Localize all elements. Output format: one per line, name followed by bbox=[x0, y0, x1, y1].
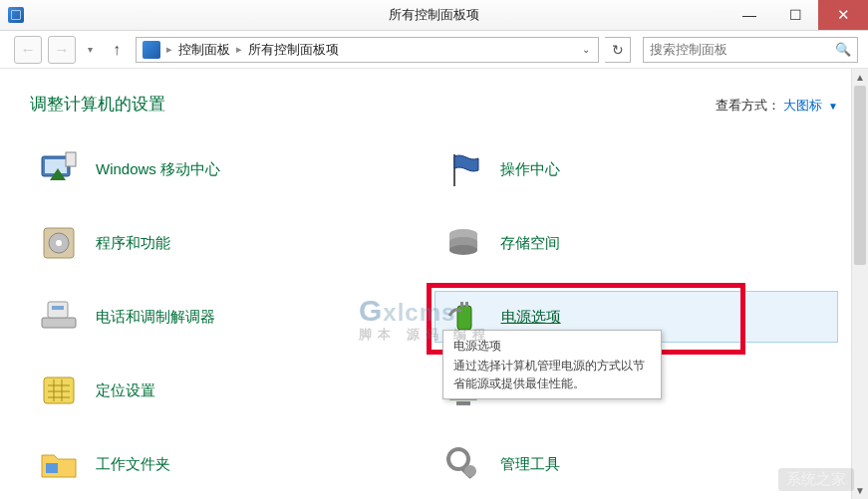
item-label: 程序和功能 bbox=[96, 234, 170, 253]
window-controls: — ☐ ✕ bbox=[726, 0, 868, 30]
item-admin-tools[interactable]: 管理工具 bbox=[434, 438, 839, 490]
chevron-down-icon[interactable]: ▼ bbox=[828, 101, 838, 112]
scroll-down-button[interactable]: ▼ bbox=[852, 482, 868, 499]
search-input[interactable] bbox=[650, 42, 835, 57]
maximize-button[interactable]: ☐ bbox=[772, 0, 818, 30]
content-area: 调整计算机的设置 查看方式： 大图标 ▼ Windows 移动中心 程序和功能 bbox=[0, 69, 868, 499]
flag-icon bbox=[442, 148, 484, 190]
search-icon[interactable]: 🔍 bbox=[835, 42, 851, 57]
item-programs-features[interactable]: 程序和功能 bbox=[30, 217, 434, 269]
breadcrumb-control-panel[interactable]: 控制面板 bbox=[174, 41, 234, 59]
address-bar[interactable]: ▸ 控制面板 ▸ 所有控制面板项 ⌄ bbox=[136, 37, 599, 63]
item-label: Windows 移动中心 bbox=[96, 160, 220, 179]
item-label: 电话和调制解调器 bbox=[96, 308, 215, 327]
item-action-center[interactable]: 操作中心 bbox=[434, 143, 839, 195]
storage-icon bbox=[442, 222, 484, 264]
items-column-left: Windows 移动中心 程序和功能 电话和调制解调器 定位设置 bbox=[30, 143, 434, 490]
address-dropdown-icon[interactable]: ⌄ bbox=[576, 44, 596, 55]
svg-rect-19 bbox=[465, 302, 468, 307]
svg-point-5 bbox=[56, 240, 62, 246]
window-icon bbox=[8, 7, 24, 23]
window-title: 所有控制面板项 bbox=[389, 6, 479, 24]
svg-rect-9 bbox=[44, 377, 74, 403]
item-label: 操作中心 bbox=[500, 160, 560, 179]
nav-bar: ← → ▾ ↑ ▸ 控制面板 ▸ 所有控制面板项 ⌄ ↻ 🔍 bbox=[0, 31, 868, 69]
location-icon bbox=[38, 370, 80, 411]
svg-rect-18 bbox=[460, 302, 463, 307]
chevron-right-icon[interactable]: ▸ bbox=[164, 43, 174, 56]
svg-rect-2 bbox=[66, 152, 76, 166]
search-box[interactable]: 🔍 bbox=[643, 37, 858, 63]
item-label: 定位设置 bbox=[96, 381, 155, 400]
close-button[interactable]: ✕ bbox=[818, 0, 868, 30]
history-dropdown-icon[interactable]: ▾ bbox=[82, 36, 98, 64]
svg-rect-1 bbox=[45, 159, 67, 173]
title-bar: 所有控制面板项 — ☐ ✕ bbox=[0, 0, 868, 31]
tooltip-title: 电源选项 bbox=[453, 337, 651, 355]
svg-rect-22 bbox=[456, 401, 470, 405]
phone-icon bbox=[38, 296, 80, 338]
mobility-icon bbox=[38, 148, 80, 190]
svg-rect-10 bbox=[46, 463, 58, 473]
item-label: 存储空间 bbox=[500, 234, 560, 253]
forward-button[interactable]: → bbox=[48, 36, 76, 64]
heading-row: 调整计算机的设置 查看方式： 大图标 ▼ bbox=[30, 93, 838, 116]
scroll-thumb[interactable] bbox=[854, 86, 866, 265]
admin-icon bbox=[442, 443, 484, 485]
svg-point-25 bbox=[464, 465, 476, 477]
item-work-folders[interactable]: 工作文件夹 bbox=[30, 438, 434, 490]
item-label: 工作文件夹 bbox=[96, 455, 170, 474]
scroll-up-button[interactable]: ▲ bbox=[852, 69, 868, 86]
items-column-right: 操作中心 存储空间 电源选项 个性化 bbox=[434, 143, 839, 490]
item-storage-spaces[interactable]: 存储空间 bbox=[434, 217, 839, 269]
minimize-button[interactable]: — bbox=[726, 0, 772, 30]
up-button[interactable]: ↑ bbox=[104, 36, 130, 64]
control-panel-icon bbox=[143, 41, 160, 59]
tooltip-body: 通过选择计算机管理电源的方式以节省能源或提供最佳性能。 bbox=[453, 357, 651, 392]
svg-point-16 bbox=[449, 245, 477, 255]
svg-point-23 bbox=[448, 449, 468, 469]
chevron-right-icon[interactable]: ▸ bbox=[234, 43, 244, 56]
folder-icon bbox=[38, 443, 80, 485]
view-mode-label: 查看方式： bbox=[716, 98, 780, 113]
page-heading: 调整计算机的设置 bbox=[30, 93, 165, 116]
item-location-settings[interactable]: 定位设置 bbox=[30, 365, 434, 416]
item-mobility-center[interactable]: Windows 移动中心 bbox=[30, 143, 434, 195]
view-mode: 查看方式： 大图标 ▼ bbox=[716, 97, 838, 115]
vertical-scrollbar[interactable]: ▲ ▼ bbox=[851, 69, 868, 499]
tooltip: 电源选项 通过选择计算机管理电源的方式以节省能源或提供最佳性能。 bbox=[442, 330, 662, 399]
back-button[interactable]: ← bbox=[14, 36, 42, 64]
svg-rect-6 bbox=[42, 318, 76, 328]
item-phone-modem[interactable]: 电话和调制解调器 bbox=[30, 291, 434, 343]
svg-rect-8 bbox=[52, 306, 64, 310]
item-label: 管理工具 bbox=[500, 455, 560, 474]
programs-icon bbox=[38, 222, 80, 264]
refresh-button[interactable]: ↻ bbox=[605, 37, 631, 63]
breadcrumb-all-items[interactable]: 所有控制面板项 bbox=[244, 41, 343, 59]
view-mode-value[interactable]: 大图标 bbox=[783, 98, 822, 113]
items-grid: Windows 移动中心 程序和功能 电话和调制解调器 定位设置 bbox=[30, 143, 838, 490]
item-label: 电源选项 bbox=[501, 308, 561, 327]
